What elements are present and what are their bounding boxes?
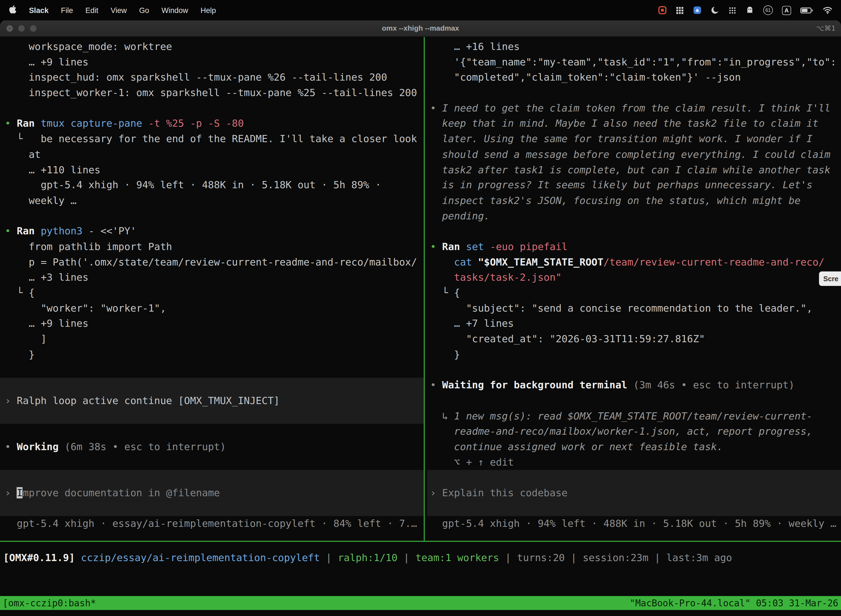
- menu-item-go[interactable]: Go: [139, 6, 149, 14]
- terminal-line: [5, 455, 423, 470]
- terminal-line: └ {: [430, 285, 841, 301]
- text-segment: … +7 lines: [430, 318, 514, 329]
- prompt-suggestion-line[interactable]: › Explain this codebase: [427, 485, 841, 501]
- terminal-line: … +16 lines: [430, 39, 841, 55]
- text-segment: pending.: [430, 210, 490, 221]
- window-title: omx --xhigh --madmax: [0, 21, 841, 37]
- prompt-input-line[interactable]: › Improve documentation in @filename: [0, 485, 424, 501]
- menu-item-edit[interactable]: Edit: [85, 6, 98, 14]
- tmux-pane-left[interactable]: workspace_mode: worktree … +9 lines insp…: [0, 37, 424, 541]
- text-segment: |: [648, 552, 666, 563]
- text-segment: weekly …: [5, 195, 76, 206]
- terminal-line: [430, 362, 841, 378]
- ran-command-line: • Ran python3 - <<'PY': [5, 224, 423, 239]
- terminal-line: inspect_worker-1: omx sparkshell --tmux-…: [5, 85, 423, 101]
- blue-app-icon[interactable]: [693, 6, 701, 14]
- battery-gauge-icon[interactable]: 61: [763, 5, 773, 15]
- text-segment: ralph:1/10: [338, 552, 398, 563]
- tmux-host-time-label: "MacBook-Pro-44.local" 05:03 31-Mar-26: [630, 597, 838, 608]
- terminal-line: [0, 470, 424, 485]
- terminal-line: gpt-5.4 xhigh · 94% left · 488K in · 5.1…: [5, 178, 423, 193]
- wifi-icon[interactable]: [823, 6, 832, 14]
- ran-command-line: • Ran tmux capture-pane -t %25 -p -S -80: [5, 116, 423, 132]
- terminal-line: from pathlib import Path: [5, 239, 423, 255]
- menu-item-view[interactable]: View: [111, 6, 127, 14]
- text-segment: later. Using the same for transition mig…: [430, 133, 813, 144]
- text-segment: p = Path('.omx/state/team/review-current…: [5, 256, 417, 267]
- terminal-line: [430, 224, 841, 239]
- omx-status-text: [OMX#0.11.9] cczip/essay/ai-reimplementa…: [3, 550, 841, 565]
- text-segment: from pathlib import Path: [5, 241, 172, 252]
- ralph-loop-status-line[interactable]: › Ralph loop active continue [OMX_TMUX_I…: [0, 393, 424, 408]
- battery-gauge-value: 61: [765, 7, 771, 13]
- terminal-window: × omx --xhigh --madmax ⌥⌘1 workspace_mod…: [0, 21, 841, 616]
- text-segment: … +9 lines: [5, 318, 88, 329]
- text-segment: •: [430, 241, 442, 252]
- text-segment: "completed","claim_token":"claim-token"}…: [430, 72, 741, 83]
- text-segment: inspect_hud: omx sparkshell --tmux-pane …: [5, 72, 387, 83]
- pane-divider[interactable]: [424, 37, 425, 541]
- text-segment: •: [5, 226, 16, 237]
- text-segment: Ran: [442, 241, 466, 252]
- terminal-line: keep that in mind. Maybe I also need the…: [430, 116, 841, 132]
- tmux-pane-right[interactable]: … +16 lines '{"team_name":"my-team","tas…: [427, 37, 841, 541]
- terminal-line: }: [430, 347, 841, 362]
- text-segment: continue assigned work or next feasible …: [430, 441, 723, 452]
- text-segment: gpt-5.4 xhigh · 94% left · 488K in · 5.1…: [430, 518, 836, 529]
- screen: Slack File Edit View Go Window Help: [0, 0, 841, 616]
- window-titlebar[interactable]: × omx --xhigh --madmax ⌥⌘1: [0, 21, 841, 37]
- terminal-line: pending.: [430, 208, 841, 224]
- text-segment: mprove documentation in @filename: [23, 487, 220, 499]
- menu-item-help[interactable]: Help: [201, 6, 216, 14]
- moon-icon[interactable]: [711, 6, 719, 14]
- text-segment: Working: [17, 441, 59, 452]
- text-segment: •: [430, 103, 442, 114]
- apple-menu-icon[interactable]: [9, 5, 16, 15]
- terminal-line: … +3 lines: [5, 270, 423, 285]
- terminal-line: "created_at": "2026-03-31T11:59:27.816Z": [430, 331, 841, 347]
- text-segment: at: [5, 148, 41, 160]
- terminal-line: [430, 85, 841, 101]
- terminal-line: … +9 lines: [5, 55, 423, 70]
- text-segment: task2 after task1 is complete, but can I…: [430, 164, 831, 175]
- screen-recording-indicator-icon[interactable]: [658, 6, 667, 14]
- text-segment: "$OMX_TEAM_STATE_ROOT: [478, 256, 604, 267]
- text-segment: python3: [41, 226, 88, 237]
- text-segment: └ {: [430, 287, 460, 298]
- menu-item-file[interactable]: File: [61, 6, 73, 14]
- text-segment: |: [320, 552, 338, 563]
- ghost-icon[interactable]: [746, 6, 754, 14]
- text-segment: Ran: [17, 118, 41, 129]
- terminal-content: workspace_mode: worktree … +9 lines insp…: [0, 37, 841, 616]
- tmux-session-label: [omx-cczip0:bash*: [3, 597, 96, 608]
- text-segment: gpt-5.4 xhigh · 94% left · 488K in · 5.1…: [5, 179, 381, 191]
- text-segment: set: [466, 241, 490, 252]
- text-segment: }: [5, 349, 35, 360]
- bottom-pane-divider[interactable]: [0, 541, 841, 542]
- terminal-line: task2 after task1 is complete, but can I…: [430, 162, 841, 178]
- dots-grid-icon[interactable]: [728, 6, 736, 14]
- terminal-line: [427, 501, 841, 516]
- menu-item-window[interactable]: Window: [161, 6, 188, 14]
- terminal-line: [0, 378, 424, 393]
- text-segment: /team/review-current-readme-and-reco/: [604, 256, 825, 267]
- terminal-line: [427, 470, 841, 485]
- text-segment: … +110 lines: [5, 164, 100, 175]
- text-segment: [OMX#0.11.9]: [3, 552, 81, 563]
- battery-icon[interactable]: [800, 6, 814, 15]
- text-segment: … +9 lines: [5, 56, 88, 67]
- menu-item-app[interactable]: Slack: [29, 6, 48, 14]
- text-segment: inspect_worker-1: omx sparkshell --tmux-…: [5, 87, 417, 98]
- screen-share-tooltip: Scre: [819, 271, 841, 286]
- input-source-icon[interactable]: A: [782, 6, 791, 15]
- text-segment: Explain this codebase: [442, 487, 568, 499]
- terminal-line: "worker": "worker-1",: [5, 301, 423, 316]
- model-status-line: gpt-5.4 xhigh · essay/ai-reimplementatio…: [5, 516, 423, 532]
- text-segment: readme-and-reco/mailbox/worker-1.json, a…: [430, 425, 813, 437]
- text-segment: inspect task2's JSON, focusing on the st…: [430, 195, 800, 206]
- text-segment: is in progress? It seems likely but perh…: [430, 179, 813, 191]
- grid-icon[interactable]: [676, 6, 684, 14]
- text-segment: tmux capture-pane: [41, 118, 148, 129]
- text-segment: '{"team_name":"my-team","task_id":"1","f…: [430, 56, 836, 67]
- terminal-line: ⌥ + ↑ edit: [430, 455, 841, 470]
